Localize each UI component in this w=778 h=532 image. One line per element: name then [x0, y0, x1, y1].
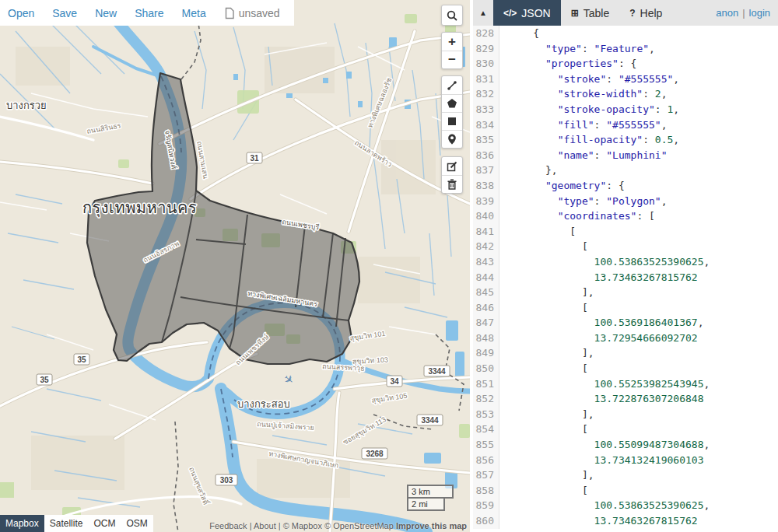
- code-line[interactable]: ],: [499, 467, 594, 483]
- tab-help[interactable]: ? Help: [619, 0, 672, 26]
- editor-line[interactable]: 828 {: [473, 26, 778, 41]
- search-button[interactable]: [442, 5, 462, 25]
- editor-line[interactable]: 832 "stroke-width": 2,: [473, 86, 778, 102]
- editor-line[interactable]: 853 ],: [473, 407, 778, 422]
- collapse-panel-button[interactable]: ▲: [473, 0, 493, 26]
- layer-satellite[interactable]: Satellite: [44, 515, 89, 532]
- editor-line[interactable]: 843 100.53863525390625,: [473, 254, 778, 270]
- code-line[interactable]: "fill": "#555555",: [499, 117, 668, 133]
- code-line[interactable]: "stroke": "#555555",: [499, 72, 679, 87]
- layer-mapbox[interactable]: Mapbox: [0, 515, 44, 532]
- delete-feature-button[interactable]: [442, 175, 462, 193]
- editor-line[interactable]: 845 ],: [473, 285, 778, 300]
- attribution-osm-link[interactable]: © OpenStreetMap: [324, 521, 394, 530]
- editor-line[interactable]: 842 [: [473, 239, 778, 254]
- map-pane[interactable]: ✈ ถนนสิรินธร จรัญสนิทวงศ์ ถนนอิสรภาพ ถนน…: [0, 0, 470, 532]
- code-line[interactable]: ],: [499, 285, 594, 300]
- editor-line[interactable]: 857 ],: [473, 467, 778, 483]
- menubar: Open Save New Share Meta unsaved: [0, 0, 294, 26]
- draw-rectangle-button[interactable]: [442, 112, 462, 130]
- code-line[interactable]: "stroke-width": 2,: [499, 86, 668, 102]
- layer-osm[interactable]: OSM: [121, 515, 152, 532]
- code-line[interactable]: "type": "Polygon",: [499, 194, 668, 209]
- json-editor[interactable]: 828 {829 "type": "Feature",830 "properti…: [473, 26, 778, 532]
- editor-line[interactable]: 846 [: [473, 300, 778, 316]
- code-line[interactable]: "stroke-opacity": 1,: [499, 102, 679, 117]
- editor-line[interactable]: 855 100.55099487304688,: [473, 437, 778, 453]
- editor-line[interactable]: 837 },: [473, 163, 778, 178]
- editor-line[interactable]: 830 "properties": {: [473, 56, 778, 72]
- editor-line[interactable]: 852 13.722876307206848: [473, 391, 778, 407]
- editor-line[interactable]: 856 13.734132419060103: [473, 453, 778, 468]
- code-line[interactable]: 13.72954666092702: [499, 331, 698, 346]
- tab-json[interactable]: </> JSON: [493, 0, 561, 26]
- editor-line[interactable]: 838 "geometry": {: [473, 178, 778, 194]
- code-line[interactable]: [: [499, 224, 576, 240]
- code-line[interactable]: ],: [499, 407, 594, 422]
- editor-line[interactable]: 851 100.55253982543945,: [473, 376, 778, 392]
- code-line[interactable]: 100.55253982543945,: [499, 376, 710, 392]
- menu-new[interactable]: New: [95, 7, 117, 19]
- editor-line[interactable]: 836 "name": "Lumphini": [473, 148, 778, 163]
- code-line[interactable]: "name": "Lumphini": [499, 148, 668, 163]
- zoom-out-button[interactable]: −: [442, 51, 462, 68]
- improve-map-link[interactable]: Improve this map: [396, 521, 467, 530]
- code-line[interactable]: 13.73463267815762: [499, 513, 698, 529]
- code-line[interactable]: 100.53863525390625,: [499, 498, 710, 513]
- code-line[interactable]: 13.734132419060103: [499, 453, 703, 468]
- code-line[interactable]: 13.722876307206848: [499, 391, 703, 407]
- editor-line[interactable]: 848 13.72954666092702: [473, 331, 778, 346]
- draw-polygon-button[interactable]: [442, 94, 462, 112]
- editor-line[interactable]: 850 [: [473, 361, 778, 376]
- panel-resizer[interactable]: [470, 0, 473, 532]
- code-line[interactable]: [: [499, 300, 588, 316]
- attribution-feedback-link[interactable]: Feedback: [209, 521, 247, 530]
- edit-feature-button[interactable]: [442, 157, 462, 175]
- menu-meta[interactable]: Meta: [182, 7, 206, 19]
- tab-table[interactable]: ⊞ Table: [561, 0, 620, 26]
- code-line[interactable]: ],: [499, 345, 594, 361]
- editor-line[interactable]: 847 100.5369186401367,: [473, 315, 778, 331]
- draw-line-button[interactable]: [442, 76, 462, 94]
- code-line[interactable]: 13.73463267815762: [499, 270, 698, 285]
- menu-share[interactable]: Share: [135, 7, 163, 19]
- layer-ocm[interactable]: OCM: [88, 515, 121, 532]
- basemap[interactable]: ✈ ถนนสิรินธร จรัญสนิทวงศ์ ถนนอิสรภาพ ถนน…: [0, 0, 470, 532]
- code-line[interactable]: "geometry": {: [499, 178, 625, 194]
- attribution-about-link[interactable]: About: [254, 521, 276, 530]
- login-link[interactable]: login: [749, 7, 770, 19]
- editor-line[interactable]: 841 [: [473, 224, 778, 240]
- code-line[interactable]: 100.53863525390625,: [499, 254, 710, 270]
- editor-line[interactable]: 844 13.73463267815762: [473, 270, 778, 285]
- editor-line[interactable]: 858 [: [473, 483, 778, 499]
- code-line[interactable]: [: [499, 483, 588, 499]
- code-line[interactable]: {: [499, 26, 539, 41]
- code-line[interactable]: 100.5369186401367,: [499, 315, 703, 331]
- editor-line[interactable]: 835 "fill-opacity": 0.5,: [473, 132, 778, 148]
- code-line[interactable]: [: [499, 239, 588, 254]
- code-line[interactable]: [: [499, 422, 588, 437]
- editor-line[interactable]: 859 100.53863525390625,: [473, 498, 778, 513]
- editor-line[interactable]: 829 "type": "Feature",: [473, 41, 778, 57]
- editor-line[interactable]: 831 "stroke": "#555555",: [473, 72, 778, 87]
- code-line[interactable]: },: [499, 163, 558, 178]
- user-link[interactable]: anon: [716, 7, 738, 19]
- code-line[interactable]: "fill-opacity": 0.5,: [499, 132, 679, 148]
- editor-line[interactable]: 849 ],: [473, 345, 778, 361]
- code-line[interactable]: "coordinates": [: [499, 208, 655, 224]
- code-line[interactable]: [: [499, 361, 588, 376]
- code-line[interactable]: "properties": {: [499, 56, 636, 72]
- zoom-in-button[interactable]: +: [442, 33, 462, 51]
- code-line[interactable]: 100.55099487304688,: [499, 437, 710, 453]
- editor-line[interactable]: 854 [: [473, 422, 778, 437]
- editor-line[interactable]: 839 "type": "Polygon",: [473, 194, 778, 209]
- draw-marker-button[interactable]: [442, 130, 462, 148]
- editor-line[interactable]: 834 "fill": "#555555",: [473, 117, 778, 133]
- menu-open[interactable]: Open: [8, 7, 34, 19]
- menu-save[interactable]: Save: [52, 7, 77, 19]
- editor-line[interactable]: 860 13.73463267815762: [473, 513, 778, 529]
- editor-line[interactable]: 840 "coordinates": [: [473, 208, 778, 224]
- code-line[interactable]: "type": "Feature",: [499, 41, 655, 57]
- editor-line[interactable]: 833 "stroke-opacity": 1,: [473, 102, 778, 117]
- attribution-mapbox-link[interactable]: © Mapbox: [283, 521, 322, 530]
